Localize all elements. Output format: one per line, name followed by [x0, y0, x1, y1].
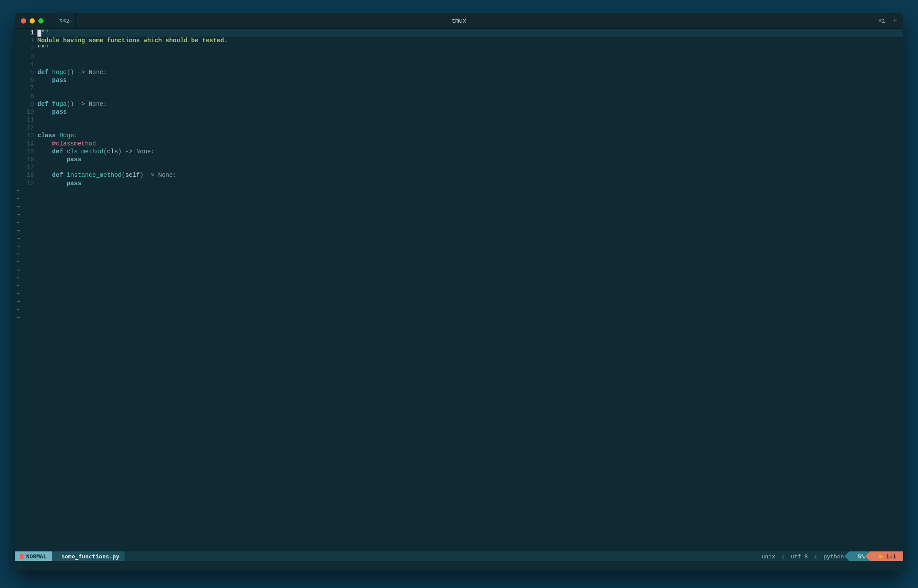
code-area[interactable]: """Module having some functions which sh…	[37, 29, 903, 551]
maximize-icon[interactable]	[38, 18, 44, 24]
window-title: tmux	[15, 17, 903, 24]
line-number: 19	[15, 179, 34, 187]
empty-line-tilde: ~	[15, 258, 903, 266]
code-line[interactable]	[37, 84, 903, 92]
empty-line-tilde: ~	[15, 187, 903, 195]
code-line[interactable]	[37, 61, 903, 68]
line-number: 1	[15, 37, 34, 44]
empty-line-tilde: ~	[15, 219, 903, 227]
code-line[interactable]: @classmethod	[37, 140, 903, 148]
mode-indicator: NORMAL	[15, 551, 52, 561]
empty-line-tilde: ~	[15, 267, 903, 274]
filename-segment: some_functions.py	[52, 551, 125, 561]
line-number: 13	[15, 132, 34, 139]
shortcut-label: ⌘1	[879, 17, 886, 24]
code-line[interactable]	[37, 163, 903, 171]
empty-line-tilde: ~	[15, 250, 903, 258]
empty-line-tilde: ~	[15, 282, 903, 290]
code-line[interactable]: Module having some functions which shoul…	[37, 37, 903, 44]
line-number: 8	[15, 92, 34, 100]
cursor-position: ☰ 1:1	[870, 551, 903, 561]
line-number: 12	[15, 124, 34, 132]
line-number: 6	[15, 76, 34, 84]
code-line[interactable]: def cls_method(cls) -> None:	[37, 148, 903, 155]
line-number: 4	[15, 61, 34, 68]
statusbar-spacer	[125, 551, 756, 561]
command-line[interactable]: :	[15, 561, 903, 571]
line-number: 9	[15, 100, 34, 108]
traffic-lights	[15, 18, 44, 24]
statusbar: NORMAL some_functions.py unix ❮ utf-8 ❮ …	[15, 551, 903, 561]
code-line[interactable]	[37, 92, 903, 100]
code-line[interactable]: pass	[37, 76, 903, 84]
empty-line-tilde: ~	[15, 298, 903, 306]
chevron-left-icon: ❮	[811, 553, 820, 560]
code-line[interactable]: class Hoge:	[37, 132, 903, 139]
empty-line-tilde: ~	[15, 306, 903, 314]
line-number: 16	[15, 155, 34, 163]
empty-line-tilde: ~	[15, 314, 903, 322]
line-number-icon: ☰	[879, 554, 886, 559]
line-number: 7	[15, 84, 34, 92]
minimize-icon[interactable]	[30, 18, 35, 24]
line-number: 5	[15, 68, 34, 76]
empty-line-tilde: ~	[15, 195, 903, 203]
code-line[interactable]: def fuga() -> None:	[37, 100, 903, 108]
cursor	[37, 30, 41, 37]
code-line[interactable]: │ pass	[37, 179, 903, 187]
empty-line-tilde: ~	[15, 227, 903, 235]
empty-line-tilde: ~	[15, 243, 903, 250]
fileformat-label: unix	[762, 553, 775, 560]
fileinfo-segment: unix ❮ utf-8 ❮ python	[756, 551, 849, 561]
empty-line-tilde: ~	[15, 290, 903, 298]
line-number: 10	[15, 108, 34, 116]
code-line[interactable]: pass	[37, 108, 903, 116]
titlebar: ⌥⌘2 tmux ⌘1 +	[15, 13, 903, 29]
line-number: 2	[15, 44, 34, 52]
code-line[interactable]	[37, 124, 903, 132]
code-line[interactable]: """	[37, 29, 903, 37]
close-icon[interactable]	[21, 18, 26, 24]
code-line[interactable]: """	[37, 44, 903, 52]
cursor-position-value: 1:1	[886, 553, 896, 560]
empty-line-tilde: ~	[15, 235, 903, 243]
tab-shortcut[interactable]: ⌥⌘2	[53, 13, 76, 28]
line-number: 1	[15, 29, 34, 37]
code-line[interactable]	[37, 116, 903, 124]
code-line[interactable]: def instance_method(self) -> None:	[37, 171, 903, 179]
empty-line-tilde: ~	[15, 211, 903, 219]
line-number: 18	[15, 171, 34, 179]
line-number: 11	[15, 116, 34, 124]
editor-viewport[interactable]: 112345678910111213141516171819 """Module…	[15, 29, 903, 551]
add-tab-button[interactable]: +	[891, 17, 899, 25]
empty-line-tilde: ~	[15, 203, 903, 211]
filetype-label: python	[824, 553, 844, 560]
terminal-window: ⌥⌘2 tmux ⌘1 + 11234567891011121314151617…	[15, 13, 903, 571]
line-number: 3	[15, 53, 34, 61]
encoding-label: utf-8	[791, 553, 808, 560]
code-line[interactable]	[37, 53, 903, 61]
line-number: 15	[15, 148, 34, 155]
code-line[interactable]: def hoge() -> None:	[37, 68, 903, 76]
empty-line-tilde: ~	[15, 274, 903, 282]
line-number: 14	[15, 140, 34, 148]
code-line[interactable]: │ pass	[37, 155, 903, 163]
line-number: 17	[15, 163, 34, 171]
chevron-left-icon: ❮	[779, 553, 787, 560]
